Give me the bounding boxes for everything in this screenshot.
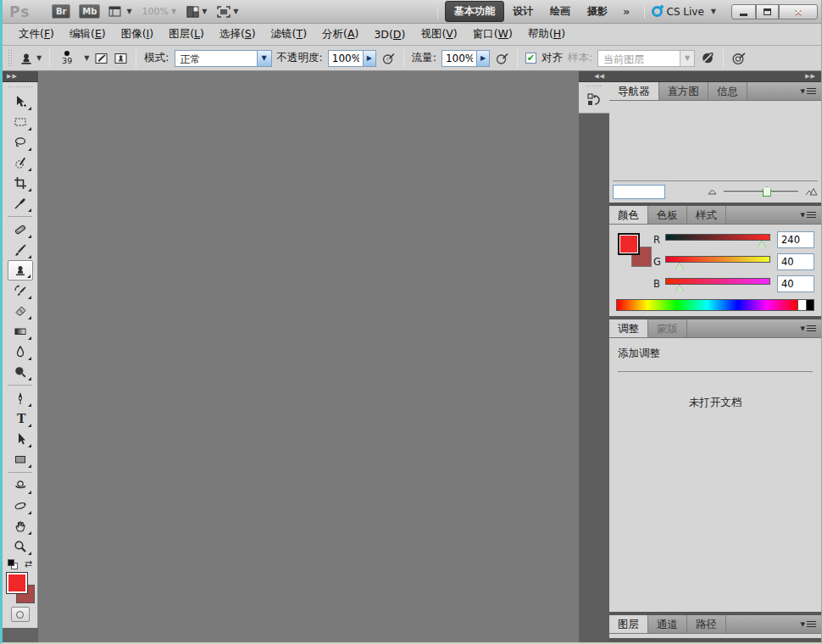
size-pressure-button[interactable] bbox=[731, 51, 747, 65]
3d-orbit-tool[interactable] bbox=[8, 496, 33, 516]
menu-image[interactable]: 图像(I) bbox=[114, 25, 161, 44]
minimize-button[interactable] bbox=[731, 4, 756, 19]
hand-tool[interactable] bbox=[8, 516, 33, 536]
navigator-zoom-slider[interactable] bbox=[724, 186, 798, 197]
close-button[interactable]: ✕ bbox=[779, 4, 818, 19]
panel-menu-button[interactable]: ▼ bbox=[796, 82, 821, 100]
workspace-overflow-button[interactable]: » bbox=[616, 5, 636, 18]
dodge-tool[interactable] bbox=[8, 362, 33, 382]
clone-stamp-tool[interactable] bbox=[8, 260, 33, 280]
cs-live-button[interactable]: CS Live ▼ bbox=[652, 6, 716, 18]
panel-menu-button[interactable]: ▼ bbox=[796, 615, 821, 633]
brush-preset-picker[interactable]: 39 bbox=[58, 51, 76, 65]
tab-swatches[interactable]: 色板 bbox=[648, 206, 687, 224]
tab-masks[interactable]: 蒙版 bbox=[648, 319, 687, 337]
view-extras-button[interactable]: ▼ bbox=[108, 6, 131, 18]
red-slider[interactable] bbox=[665, 231, 770, 248]
rectangle-shape-tool[interactable] bbox=[8, 449, 33, 469]
zoom-in-icon[interactable] bbox=[805, 187, 818, 196]
menu-view[interactable]: 视图(V) bbox=[413, 25, 464, 44]
rectangular-marquee-tool[interactable] bbox=[8, 112, 33, 132]
green-value-input[interactable] bbox=[777, 253, 814, 270]
tab-styles[interactable]: 样式 bbox=[687, 206, 726, 224]
crop-tool[interactable] bbox=[8, 173, 33, 193]
toggle-clone-source-panel-button[interactable] bbox=[114, 52, 128, 65]
flow-input[interactable] bbox=[442, 51, 476, 66]
tab-channels[interactable]: 通道 bbox=[648, 615, 687, 633]
quick-mask-button[interactable] bbox=[11, 607, 30, 622]
blur-tool[interactable] bbox=[8, 341, 33, 362]
menu-window[interactable]: 窗口(W) bbox=[465, 25, 520, 44]
slider-thumb[interactable] bbox=[675, 263, 684, 269]
black-swatch[interactable] bbox=[806, 299, 814, 311]
tab-adjustments[interactable]: 调整 bbox=[609, 319, 648, 337]
menu-analysis[interactable]: 分析(A) bbox=[314, 25, 366, 44]
tab-histogram[interactable]: 直方图 bbox=[659, 82, 709, 100]
menu-filter[interactable]: 滤镜(T) bbox=[264, 25, 314, 44]
swap-colors-icon[interactable]: ⇄ bbox=[25, 558, 32, 569]
toggle-brush-panel-button[interactable] bbox=[94, 52, 108, 65]
slider-thumb[interactable] bbox=[675, 285, 684, 291]
spectrum-gradient[interactable] bbox=[616, 299, 797, 311]
workspace-photography-button[interactable]: 摄影 bbox=[579, 2, 616, 21]
slider-thumb[interactable] bbox=[763, 186, 771, 197]
opacity-pressure-button[interactable] bbox=[381, 52, 396, 65]
icon-dock-collapse-bar[interactable]: ◀◀ bbox=[579, 71, 609, 82]
menu-layer[interactable]: 图层(L) bbox=[161, 25, 212, 44]
red-value-input[interactable] bbox=[777, 231, 814, 248]
type-tool[interactable]: T bbox=[8, 408, 33, 429]
pen-tool[interactable] bbox=[8, 388, 33, 408]
eyedropper-tool[interactable] bbox=[8, 193, 33, 214]
menu-edit[interactable]: 编辑(E) bbox=[62, 25, 114, 44]
ignore-adjustment-layers-button[interactable] bbox=[700, 51, 715, 65]
screen-mode-button[interactable]: ▼ bbox=[217, 6, 238, 18]
spin-arrow-icon[interactable]: ▶ bbox=[476, 51, 489, 66]
launch-mini-bridge-button[interactable]: Mb bbox=[79, 4, 100, 19]
gripper[interactable] bbox=[8, 86, 32, 89]
zoom-out-icon[interactable] bbox=[708, 188, 717, 195]
workspace-design-button[interactable]: 设计 bbox=[504, 2, 542, 21]
mode-dropdown[interactable]: 正常 ▼ bbox=[175, 50, 272, 67]
spot-healing-brush-tool[interactable] bbox=[8, 219, 33, 240]
color-spectrum-bar[interactable] bbox=[616, 299, 814, 311]
blue-slider[interactable] bbox=[665, 275, 770, 292]
gripper[interactable] bbox=[8, 49, 12, 68]
zoom-tool[interactable] bbox=[8, 536, 33, 557]
tools-collapse-bar[interactable]: ▶▶ bbox=[3, 71, 38, 82]
default-colors-icon[interactable] bbox=[8, 559, 18, 569]
brush-tool[interactable] bbox=[8, 240, 33, 260]
navigator-zoom-input[interactable] bbox=[613, 185, 665, 199]
airbrush-button[interactable] bbox=[495, 52, 509, 65]
foreground-color-swatch[interactable] bbox=[618, 233, 640, 255]
history-panel-button[interactable] bbox=[579, 82, 609, 114]
path-selection-tool[interactable] bbox=[8, 429, 33, 449]
menu-help[interactable]: 帮助(H) bbox=[520, 25, 573, 44]
menu-file[interactable]: 文件(F) bbox=[11, 25, 62, 44]
gradient-tool[interactable] bbox=[8, 321, 33, 341]
tab-paths[interactable]: 路径 bbox=[687, 615, 726, 633]
tool-preset-picker[interactable]: ▼ bbox=[19, 51, 42, 66]
arrange-documents-button[interactable]: ▼ bbox=[186, 6, 207, 18]
menu-select[interactable]: 选择(S) bbox=[212, 25, 264, 44]
quick-selection-tool[interactable] bbox=[8, 153, 33, 173]
menu-3d[interactable]: 3D(D) bbox=[366, 25, 413, 43]
panel-menu-button[interactable]: ▼ bbox=[796, 319, 821, 337]
opacity-input[interactable] bbox=[329, 51, 363, 66]
lasso-tool[interactable] bbox=[8, 132, 33, 153]
eraser-tool[interactable] bbox=[8, 301, 33, 321]
slider-thumb[interactable] bbox=[758, 241, 766, 247]
zoom-level-dropdown[interactable]: 100% ▼ bbox=[142, 6, 177, 17]
move-tool[interactable] bbox=[8, 92, 33, 112]
dock-collapse-bar[interactable]: ▶▶ bbox=[609, 71, 821, 82]
history-brush-tool[interactable] bbox=[8, 280, 33, 301]
sample-dropdown[interactable]: 当前图层 ▼ bbox=[597, 50, 695, 67]
launch-bridge-button[interactable]: Br bbox=[52, 4, 70, 19]
aligned-checkbox[interactable]: ✔ bbox=[525, 53, 536, 64]
spin-arrow-icon[interactable]: ▶ bbox=[363, 51, 375, 66]
workspace-painting-button[interactable]: 绘画 bbox=[542, 2, 579, 21]
blue-value-input[interactable] bbox=[777, 275, 814, 292]
panel-menu-button[interactable]: ▼ bbox=[796, 206, 821, 224]
maximize-button[interactable] bbox=[756, 4, 779, 19]
workspace-essentials-button[interactable]: 基本功能 bbox=[445, 1, 504, 22]
tab-layers[interactable]: 图层 bbox=[609, 615, 648, 633]
